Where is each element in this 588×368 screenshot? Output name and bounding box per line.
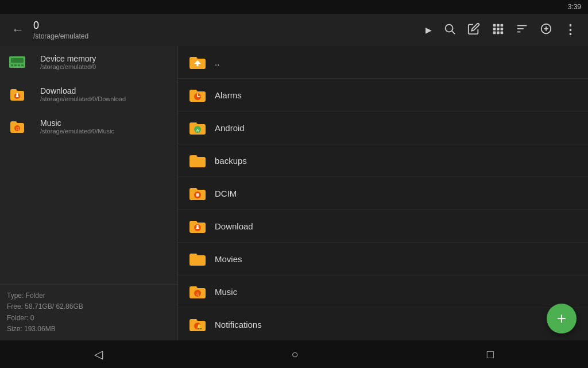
svg-rect-22 [21,64,24,66]
nav-recents-button[interactable]: □ [473,343,508,366]
music-folder-name: Music [40,118,114,128]
svg-rect-20 [14,64,17,66]
file-item[interactable]: backups [178,144,588,177]
download-folder-icon [7,84,28,105]
grid-icon[interactable] [487,18,509,43]
edit-icon[interactable] [463,18,485,43]
svg-text:🔔: 🔔 [196,323,203,330]
music-folder-icon: ♫ [7,116,28,137]
navigation-bar: ◁ ○ □ [0,340,588,368]
file-item[interactable]: ♫ Music [178,275,588,308]
status-folder: Folder: 0 [7,313,171,324]
file-folder-icon [187,85,208,105]
svg-text:♫: ♫ [196,291,200,297]
svg-rect-21 [18,64,20,66]
toolbar: ← 0 /storage/emulated ▶ [0,14,588,46]
svg-rect-8 [493,31,496,34]
svg-line-1 [452,31,455,34]
file-folder-icon [187,183,208,204]
content-area: Device memory /storage/emulated/0 Downlo… [0,46,588,340]
svg-text:♫: ♫ [16,125,20,131]
svg-rect-7 [501,28,504,30]
file-item-name: DCIM [215,189,574,198]
file-folder-icon [187,52,208,72]
svg-rect-37 [197,225,199,228]
file-item-name: Music [215,287,574,297]
left-items-list: Device memory /storage/emulated/0 Downlo… [0,46,177,284]
file-folder-icon [187,216,208,236]
svg-rect-10 [501,31,504,34]
svg-rect-5 [493,28,496,30]
toolbar-title-area: 0 /storage/emulated [33,20,416,40]
svg-point-0 [446,24,453,32]
file-item-name: backups [215,156,574,166]
file-item[interactable]: 🔔 Notifications [178,308,588,340]
download-folder-path: /storage/emulated/0/Download [40,95,126,102]
add-folder-icon[interactable] [535,18,557,43]
nav-home-button[interactable]: ○ [277,343,312,366]
left-item-download[interactable]: Download /storage/emulated/0/Download [0,78,177,110]
file-folder-icon: A [187,117,208,138]
left-item-music[interactable]: ♫ Music /storage/emulated/0/Music [0,110,177,143]
file-item-name: Movies [215,254,574,264]
nav-back-button[interactable]: ◁ [80,343,117,366]
status-bar: 3:39 [0,0,588,14]
device-memory-icon [7,52,28,72]
svg-rect-3 [497,24,500,26]
file-folder-icon [187,150,208,171]
status-size: Size: 193.06MB [7,324,171,335]
back-button[interactable]: ← [7,18,29,42]
toolbar-subtitle: /storage/emulated [33,32,416,40]
time-display: 3:39 [568,3,581,11]
toolbar-actions: ▶ [421,18,581,43]
signal-icon: ▶ [421,21,436,39]
file-item-name: Alarms [215,90,574,100]
file-item[interactable]: Movies [178,243,588,275]
svg-rect-18 [11,58,24,63]
file-folder-icon: ♫ [187,281,208,302]
file-item[interactable]: A Android [178,112,588,144]
file-item-name: Download [215,221,574,231]
status-free: Free: 58.71GB/ 62.86GB [7,301,171,312]
svg-rect-2 [493,24,496,26]
download-folder-name: Download [40,86,126,95]
right-panel: .. Alarms A Android backups [178,46,588,340]
left-panel: Device memory /storage/emulated/0 Downlo… [0,46,178,340]
svg-rect-19 [11,64,13,66]
svg-rect-4 [501,24,504,26]
file-item[interactable]: .. [178,46,588,79]
file-folder-icon [187,248,208,269]
svg-rect-9 [497,31,500,34]
device-memory-path: /storage/emulated/0 [40,63,96,70]
file-folder-icon: 🔔 [187,314,208,335]
svg-rect-25 [17,93,18,96]
svg-rect-29 [197,63,199,66]
sort-icon[interactable] [511,18,533,43]
device-memory-name: Device memory [40,54,96,63]
fab-plus-icon: + [557,310,566,327]
file-item[interactable]: Download [178,210,588,243]
svg-text:A: A [196,128,200,133]
file-item[interactable]: Alarms [178,79,588,112]
file-item[interactable]: DCIM [178,177,588,210]
fab-button[interactable]: + [547,304,577,334]
file-item-name: Android [215,123,574,133]
more-icon[interactable]: ⋮ [559,18,581,42]
svg-point-34 [196,193,199,197]
svg-rect-6 [497,28,500,30]
file-item-name: Notifications [215,320,574,329]
status-type: Type: Folder [7,290,171,301]
left-status: Type: Folder Free: 58.71GB/ 62.86GB Fold… [0,284,177,340]
music-folder-path: /storage/emulated/0/Music [40,128,114,135]
left-item-device-memory[interactable]: Device memory /storage/emulated/0 [0,46,177,78]
file-item-name: .. [215,57,579,67]
search-icon[interactable] [439,18,461,43]
toolbar-main-title: 0 [33,20,416,32]
